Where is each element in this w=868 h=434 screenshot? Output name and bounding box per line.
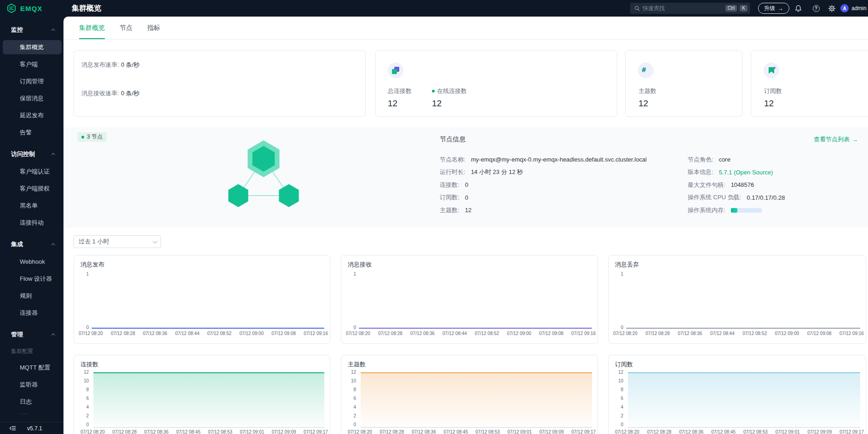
help-icon[interactable]: ? [810,0,822,17]
sidebar-section-monitoring[interactable]: 监控 [0,21,63,39]
message-rate-card: 消息发布速率: 0 条/秒 消息接收速率: 0 条/秒 [74,50,366,117]
x-axis-label: 07/12 08:20 [615,429,639,434]
chart-card-subscriptions-trend: 订阅数 121086420 07/12 08:2007/12 08:2807/1… [608,355,866,434]
x-axis-label: 07/12 09:08 [271,331,296,336]
x-axis-label: 07/12 08:45 [443,429,468,434]
sidebar-item-flow-designer[interactable]: Flow 设计器 [0,270,63,287]
x-axis-label: 07/12 08:53 [208,429,232,434]
arrow-right-icon: → [778,5,783,12]
chart-card-connections-trend: 连接数 121086420 07/12 08:2007/12 08:2807/1… [74,355,330,434]
x-axis-label: 07/12 09:01 [240,429,264,434]
y-axis-label: 2 [343,414,356,418]
sidebar-item-cluster-overview[interactable]: 集群概览 [0,39,63,56]
search-box[interactable]: Ctrl K [630,3,750,14]
cluster-topology-graphic [211,135,316,213]
x-axis-label: 07/12 09:09 [540,429,564,434]
time-range-select[interactable]: 过去 1 小时 [74,235,161,248]
sidebar-item-retained-messages[interactable]: 保留消息 [0,90,63,107]
x-axis-label: 07/12 09:08 [807,331,832,336]
connections-icon [388,63,403,78]
tab-bar: 集群概览 节点 指标 [63,17,868,40]
collapse-sidebar-icon[interactable] [9,425,16,432]
x-axis-label: 07/12 08:45 [711,429,736,434]
y-axis-label: 0 [610,422,623,427]
sidebar-item-delayed-publish[interactable]: 延迟发布 [0,107,63,124]
sidebar-item-listeners[interactable]: 监听器 [0,376,63,393]
topics-row: 主题数: 12 [440,204,647,217]
sidebar-item-logging[interactable]: 日志 [0,393,63,410]
x-axis-label: 07/12 09:16 [839,331,864,336]
x-axis-label: 07/12 08:28 [379,429,404,434]
x-axis-label: 07/12 08:20 [346,331,370,336]
publish-rate-value: 0 条/秒 [121,61,139,69]
x-axis-label: 07/12 08:28 [112,429,137,434]
x-axis-label: 07/12 09:17 [304,429,328,434]
notifications-bell-icon[interactable] [792,0,804,17]
x-axis-label: 07/12 08:28 [647,429,672,434]
x-axis-label: 07/12 08:52 [207,331,232,336]
online-connections-stat: 在线连接数 12 [432,87,467,109]
search-input[interactable] [643,5,723,12]
subscriptions-value: 12 [764,98,782,109]
tab-cluster-overview[interactable]: 集群概览 [79,17,105,39]
topics-value: 12 [638,98,656,109]
emqx-logo-icon [6,3,17,13]
search-icon [634,6,640,11]
y-axis-label: 0 [343,422,356,427]
sidebar-item-banned-clients[interactable]: 黑名单 [0,197,63,214]
section-label: 监控 [11,26,23,34]
y-axis-label: 8 [343,388,356,392]
section-label: 管理 [11,330,23,339]
chart-card-topics-trend: 主题数 121086420 07/12 08:2007/12 08:2807/1… [341,355,598,434]
sidebar-item-connectors[interactable]: 连接器 [0,304,63,321]
sidebar-item-webhook[interactable]: Webhook [0,253,63,270]
tab-metrics[interactable]: 指标 [147,17,160,39]
y-axis-label: 6 [343,396,356,401]
sidebar-item-clients[interactable]: 客户端 [0,56,63,73]
receive-rate-value: 0 条/秒 [121,89,139,98]
subscriptions-row: 订阅数: 0 [440,191,647,204]
chart-title: 连接数 [80,360,98,369]
sidebar-section-management[interactable]: 管理 [0,326,63,343]
cpu-load-row: 操作系统 CPU 负载: 0.17/0.17/0.28 [688,191,785,204]
x-axis-label: 07/12 08:45 [176,429,201,434]
x-axis-label: 07/12 08:53 [476,429,500,434]
sidebar-item-authentication[interactable]: 客户端认证 [0,163,63,180]
subscriptions-card: + 订阅数 12 [751,50,868,117]
user-menu[interactable]: A admin [840,0,867,17]
y-axis-label: 6 [610,396,623,401]
topics-label: 主题数 [638,87,656,95]
sidebar-item-authorization[interactable]: 客户端授权 [0,180,63,197]
publish-rate-row: 消息发布速率: 0 条/秒 [81,61,139,69]
connections-row: 连接数: 0 [440,179,647,191]
x-axis-label: 07/12 08:28 [111,331,135,336]
sidebar-section-integration[interactable]: 集成 [0,236,63,253]
sidebar-item-subscriptions[interactable]: 订阅管理 [0,73,63,90]
area-series [628,372,860,426]
topics-hash-icon: ## [638,63,654,78]
main-content: 集群概览 节点 指标 消息发布速率: 0 条/秒 消息接收速率: 0 条/秒 总… [63,17,868,434]
node-name-row: 节点名称: my-emqx@my-emqx-0.my-emqx-headless… [440,153,647,166]
view-node-list-link[interactable]: 查看节点列表 → [814,135,858,144]
sidebar-item-partial[interactable]: ···· [0,410,63,417]
x-axis-label: 07/12 08:44 [443,331,467,336]
y-axis-label: 8 [76,388,89,392]
flat-line-zero [359,328,592,329]
x-axis-label: 07/12 08:36 [143,331,167,336]
sidebar-item-alarms[interactable]: 告警 [0,124,63,141]
sidebar-item-rules[interactable]: 规则 [0,287,63,304]
brand[interactable]: EMQX [6,0,42,17]
settings-gear-icon[interactable] [826,0,838,17]
sidebar-item-flapping-detect[interactable]: 连接抖动 [0,214,63,231]
section-label: 访问控制 [11,150,35,158]
node-count-badge: 3 节点 [77,132,107,142]
sidebar-section-access-control[interactable]: 访问控制 [0,145,63,163]
sidebar-item-mqtt-settings[interactable]: MQTT 配置 [0,359,63,376]
receive-rate-label: 消息接收速率: [81,89,121,98]
online-connections-value: 12 [432,98,467,109]
tab-nodes[interactable]: 节点 [120,17,132,39]
memory-row: 操作系统内存: [688,204,785,217]
upgrade-button[interactable]: 升级 → [758,3,789,14]
online-connections-label: 在线连接数 [437,87,467,95]
y-axis-label: 6 [76,396,89,401]
